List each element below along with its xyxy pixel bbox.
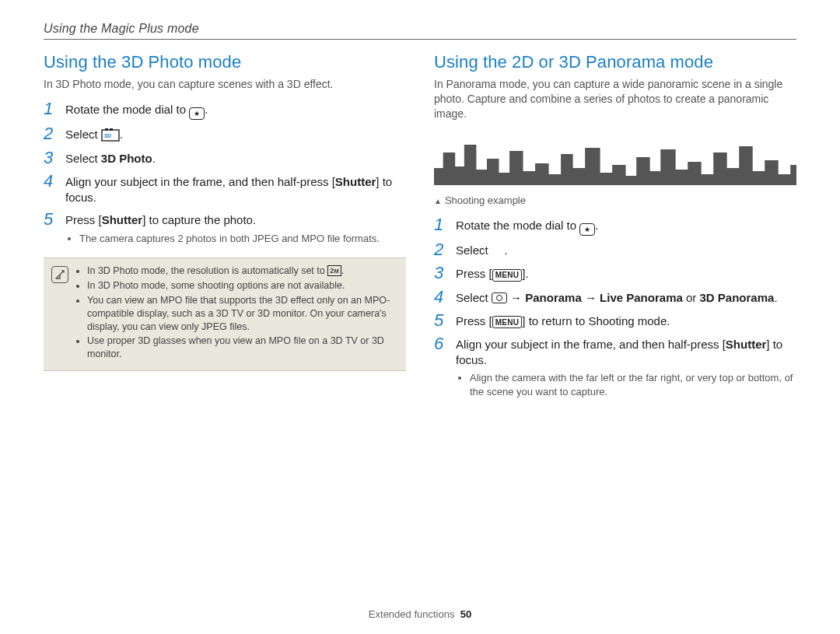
section-title-panorama: Using the 2D or 3D Panorama mode — [434, 52, 796, 72]
step-body: Select . — [456, 240, 796, 258]
step-body: Select → Panorama → Live Panorama or 3D … — [456, 288, 796, 306]
step-body: Align your subject in the frame, and the… — [65, 172, 406, 206]
step-6: 6 Align your subject in the frame, and t… — [434, 335, 796, 401]
step-2: 2 Select 3D . — [44, 124, 406, 143]
step-5: 5 Press [MENU] to return to Shooting mod… — [434, 311, 796, 330]
panorama-illustration — [434, 129, 796, 191]
note-item: You can view an MPO file that supports t… — [87, 294, 398, 334]
step-number: 4 — [44, 172, 58, 191]
page-footer: Extended functions 50 — [0, 608, 840, 620]
svg-text:3D: 3D — [104, 133, 111, 138]
step-4: 4 Align your subject in the frame, and t… — [44, 172, 406, 206]
step-number: 6 — [434, 335, 448, 353]
note-item: In 3D Photo mode, the resolution is auto… — [87, 264, 398, 278]
note-box: In 3D Photo mode, the resolution is auto… — [44, 257, 406, 371]
step-number: 1 — [434, 215, 448, 234]
step-4: 4 Select → Panorama → Live Panorama or 3… — [434, 288, 796, 306]
triangle-icon: ▲ — [434, 197, 442, 205]
step-2: 2 Select . — [434, 240, 796, 259]
sub-bullet: Align the camera with the far left or th… — [470, 371, 796, 398]
sub-bullets: Align the camera with the far left or th… — [456, 371, 796, 398]
step-number: 5 — [434, 311, 448, 330]
step-number: 4 — [434, 288, 448, 306]
note-list: In 3D Photo mode, the resolution is auto… — [76, 264, 398, 363]
menu-button-icon: MENU — [492, 316, 523, 328]
breadcrumb-label: Using the Magic Plus mode — [44, 22, 796, 36]
divider — [44, 39, 796, 40]
step-1: 1 Rotate the mode dial to ★. — [44, 100, 406, 121]
note-item: In 3D Photo mode, some shooting options … — [87, 279, 398, 292]
step-3: 3 Select 3D Photo. — [44, 149, 406, 167]
steps-list: 1 Rotate the mode dial to ★. 2 Select . … — [434, 215, 796, 401]
note-icon — [51, 266, 68, 283]
mode-dial-icon: ★ — [189, 107, 205, 120]
note-item: Use proper 3D glasses when you view an M… — [87, 335, 398, 361]
left-column: Using the 3D Photo mode In 3D Photo mode… — [44, 52, 406, 401]
step-body: Press [MENU] to return to Shooting mode. — [456, 311, 796, 329]
step-5: 5 Press [Shutter] to capture the photo. … — [44, 210, 406, 247]
step-number: 3 — [44, 149, 58, 167]
step-body: Align your subject in the frame, and the… — [456, 335, 796, 401]
step-body: Press [Shutter] to capture the photo. Th… — [65, 210, 406, 247]
step-3: 3 Press [MENU]. — [434, 264, 796, 282]
right-column: Using the 2D or 3D Panorama mode In Pano… — [434, 52, 796, 401]
step-body: Rotate the mode dial to ★. — [456, 215, 796, 236]
step-number: 5 — [44, 210, 58, 229]
step-body: Press [MENU]. — [456, 264, 796, 282]
sub-bullet: The camera captures 2 photos in both JPE… — [79, 232, 406, 246]
step-number: 2 — [434, 240, 448, 259]
step-1: 1 Rotate the mode dial to ★. — [434, 215, 796, 236]
page-number: 50 — [460, 608, 471, 620]
step-body: Rotate the mode dial to ★. — [65, 100, 406, 121]
steps-list: 1 Rotate the mode dial to ★. 2 Select 3D… — [44, 100, 406, 247]
illustration-caption: ▲Shooting example — [434, 194, 796, 206]
footer-section: Extended functions — [369, 608, 455, 620]
svg-rect-1 — [105, 128, 108, 131]
svg-rect-2 — [110, 128, 113, 131]
menu-button-icon: MENU — [492, 269, 523, 282]
intro-text: In Panorama mode, you can capture a wide… — [434, 77, 796, 121]
section-title-3d-photo: Using the 3D Photo mode — [44, 52, 406, 72]
step-body: Select 3D Photo. — [65, 149, 406, 166]
breadcrumb: Using the Magic Plus mode — [44, 22, 796, 40]
resolution-2m-icon: 2м — [327, 265, 341, 276]
mode-dial-icon: ★ — [579, 223, 595, 236]
sub-bullets: The camera captures 2 photos in both JPE… — [65, 232, 406, 246]
step-number: 3 — [434, 264, 448, 282]
camera-icon — [492, 292, 507, 303]
intro-text: In 3D Photo mode, you can capture scenes… — [44, 77, 406, 92]
step-body: Select 3D . — [65, 124, 406, 142]
step-number: 1 — [44, 100, 58, 118]
film-icon: 3D — [101, 128, 120, 142]
step-number: 2 — [44, 124, 58, 143]
svg-rect-5 — [434, 182, 796, 185]
